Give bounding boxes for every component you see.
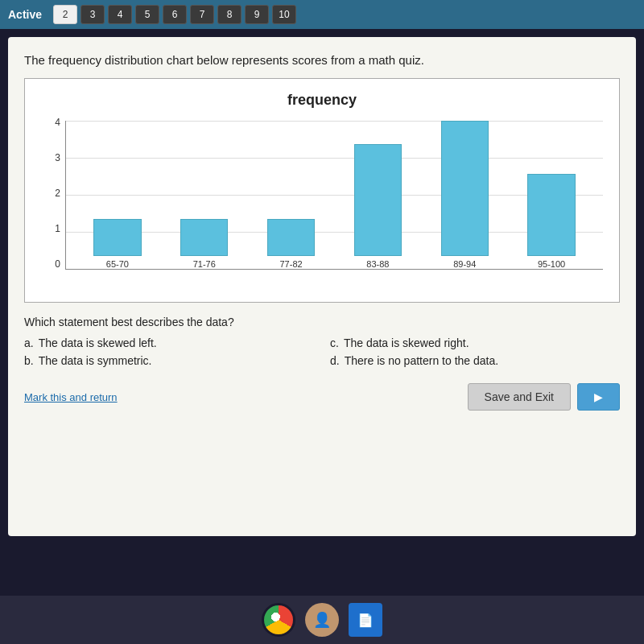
mark-return-button[interactable]: Mark this and return [24, 391, 118, 403]
answer-b-text: The data is symmetric. [39, 354, 152, 367]
answer-b-label: b. [24, 354, 34, 367]
y-label-3: 3 [55, 152, 60, 163]
bar-65-70 [93, 219, 141, 256]
y-label-1: 1 [55, 223, 60, 234]
answer-a-row: a. The data is skewed left. [24, 336, 314, 349]
bar-label-89-94: 89-94 [453, 259, 476, 269]
answer-c-label: c. [330, 336, 339, 349]
tab-5[interactable]: 5 [135, 5, 159, 24]
next-button[interactable]: ▶ [577, 383, 620, 411]
tab-4[interactable]: 4 [108, 5, 132, 24]
docs-icon[interactable]: 📄 [349, 603, 382, 637]
bar-group-83-88: 83-88 [334, 121, 421, 269]
tab-6[interactable]: 6 [163, 5, 187, 24]
y-label-4: 4 [55, 117, 60, 128]
action-buttons: Save and Exit ▶ [468, 383, 620, 411]
tab-8[interactable]: 8 [217, 5, 242, 24]
answer-c-text: The data is skewed right. [344, 336, 469, 349]
chart-title: frequency [41, 92, 603, 109]
bar-label-95-100: 95-100 [538, 259, 565, 269]
bar-group-71-76: 71-76 [161, 121, 248, 269]
answer-b-row: b. The data is symmetric. [24, 354, 314, 367]
answer-a-text: The data is skewed left. [39, 336, 157, 349]
main-content: The frequency distribution chart below r… [8, 37, 636, 536]
bar-label-77-82: 77-82 [280, 259, 303, 269]
bar-group-77-82: 77-82 [248, 121, 335, 269]
answer-a-label: a. [24, 336, 34, 349]
bar-95-100 [527, 174, 575, 256]
bottom-actions: Mark this and return Save and Exit ▶ [24, 383, 620, 411]
bar-label-65-70: 65-70 [106, 259, 129, 269]
user-icon[interactable]: 👤 [305, 603, 339, 637]
question-prompt: Which statement best describes the data? [24, 316, 620, 328]
bar-71-76 [180, 219, 228, 256]
top-bar: Active 2 3 4 5 6 7 8 9 10 [0, 0, 644, 29]
tab-9[interactable]: 9 [245, 5, 269, 24]
bar-77-82 [267, 219, 315, 256]
bar-89-94 [441, 121, 489, 256]
bar-label-71-76: 71-76 [193, 259, 216, 269]
answer-d-label: d. [330, 354, 340, 367]
bar-group-65-70: 65-70 [74, 121, 161, 269]
tab-3[interactable]: 3 [80, 5, 105, 24]
bar-group-89-94: 89-94 [421, 121, 508, 269]
chart-container: frequency 0 1 2 3 4 65-70 71-76 [24, 78, 620, 303]
bar-83-88 [354, 144, 402, 256]
active-label: Active [8, 8, 42, 21]
answer-c-row: c. The data is skewed right. [330, 336, 620, 349]
taskbar: 👤 📄 [0, 596, 644, 644]
chrome-icon[interactable] [262, 603, 295, 637]
tab-2[interactable]: 2 [53, 5, 77, 24]
chart-area: 0 1 2 3 4 65-70 71-76 77-82 [41, 117, 603, 294]
tab-7[interactable]: 7 [190, 5, 214, 24]
tab-10[interactable]: 10 [272, 5, 296, 24]
question-text: The frequency distribution chart below r… [24, 53, 620, 67]
bars-wrapper: 65-70 71-76 77-82 83-88 89-94 [65, 121, 603, 270]
bar-label-83-88: 83-88 [366, 259, 389, 269]
y-axis: 0 1 2 3 4 [41, 117, 64, 270]
y-label-0: 0 [55, 258, 60, 270]
answer-d-text: There is no pattern to the data. [345, 354, 498, 367]
bar-group-95-100: 95-100 [508, 121, 595, 269]
answers: a. The data is skewed left. c. The data … [24, 336, 620, 367]
answer-d-row: d. There is no pattern to the data. [330, 354, 620, 367]
y-label-2: 2 [55, 188, 60, 199]
save-exit-button[interactable]: Save and Exit [468, 383, 571, 411]
